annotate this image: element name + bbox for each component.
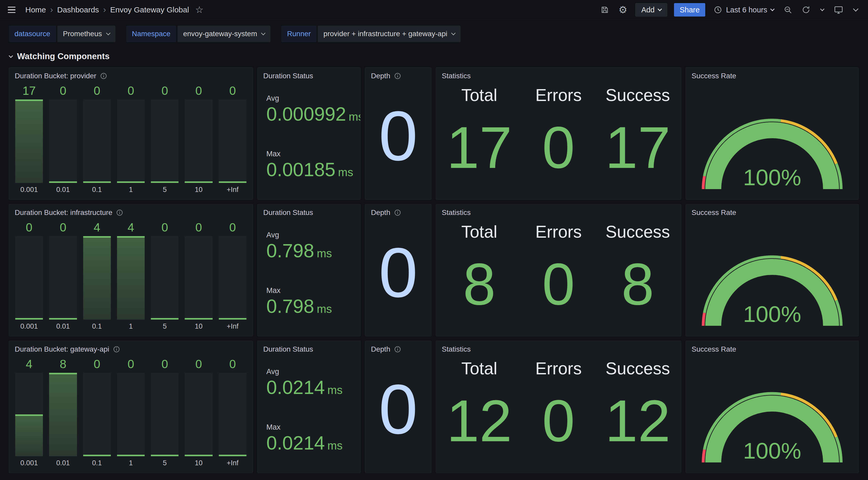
bucket-bar: 0 1 (117, 358, 145, 470)
bar-tick-label: 1 (117, 320, 145, 333)
panel-title[interactable]: Success Rate (686, 204, 859, 218)
duration-status-body: Avg 0.798ms Max 0.798ms (257, 218, 361, 336)
namespace-select[interactable]: envoy-gateway-system (178, 26, 271, 42)
row-watching-components[interactable]: Watching Components (0, 42, 868, 64)
chevron-down-icon (658, 7, 662, 11)
avg-label: Avg (266, 94, 351, 102)
bar-tick-label: 0.1 (83, 456, 111, 470)
avg-stat: Avg 0.0214ms (266, 367, 351, 398)
bar-track (151, 373, 179, 456)
breadcrumb-home[interactable]: Home (25, 5, 46, 14)
bar-value-label: 4 (117, 221, 145, 234)
panel-success-rate: Success Rate 100% (686, 204, 859, 336)
bar-tick-label: +Inf (219, 183, 246, 196)
refresh-icon[interactable] (800, 4, 812, 16)
info-icon[interactable] (116, 209, 123, 216)
panel-title[interactable]: Duration Bucket: provider (9, 68, 253, 82)
breadcrumb-dashboards[interactable]: Dashboards (57, 5, 99, 14)
panel-statistics: Statistics Total 17 Errors 0 Success 17 (436, 67, 681, 200)
panel-duration-bucket: Duration Bucket: gateway-api 4 0.001 8 0… (9, 341, 253, 473)
panel-depth: Depth 0 (365, 204, 431, 336)
bar-value-label: 4 (83, 221, 111, 234)
bar-tick-label: 0.01 (49, 183, 77, 196)
bar-tick-label: 0.1 (83, 320, 111, 333)
bucket-bars: 4 0.001 8 0.01 0 0.1 0 1 (9, 355, 253, 473)
panel-title[interactable]: Statistics (436, 68, 681, 82)
favorite-star-icon[interactable]: ☆ (195, 4, 204, 15)
info-icon[interactable] (394, 346, 401, 353)
panel-title[interactable]: Depth (365, 341, 431, 355)
section-title: Watching Components (17, 52, 110, 61)
chevron-down-icon (853, 6, 858, 11)
stat-value: 17 (447, 105, 512, 197)
stat-value: 12 (447, 378, 512, 470)
panel-title[interactable]: Duration Status (257, 68, 361, 82)
unit-label: ms (327, 384, 343, 396)
panel-title[interactable]: Duration Status (257, 204, 361, 218)
breadcrumb-current[interactable]: Envoy Gateway Global (110, 5, 189, 14)
bucket-bar: 0 0.01 (49, 221, 77, 333)
bucket-bar: 0 +Inf (219, 221, 246, 333)
bar-track (219, 99, 246, 183)
bar-tick-label: 5 (151, 320, 179, 333)
panel-title[interactable]: Duration Status (257, 341, 361, 355)
zoom-out-time-icon[interactable] (782, 4, 794, 16)
panel-grid: Duration Bucket: provider 17 0.001 0 0.0… (0, 64, 868, 473)
info-icon[interactable] (113, 346, 120, 353)
stat-value: 0 (542, 242, 575, 333)
kiosk-mode-icon[interactable] (833, 4, 844, 16)
avg-stat: Avg 0.000992ms (266, 94, 351, 124)
bar-value-label: 0 (219, 84, 246, 97)
breadcrumb: Home › Dashboards › Envoy Gateway Global (25, 5, 189, 15)
panel-depth: Depth 0 (365, 341, 431, 473)
panel-title[interactable]: Duration Bucket: gateway-api (9, 341, 253, 355)
time-range-picker[interactable]: Last 6 hours (712, 5, 776, 14)
bucket-bar: 0 10 (185, 221, 212, 333)
hamburger-menu-icon[interactable] (8, 4, 20, 16)
panel-title[interactable]: Success Rate (686, 341, 859, 355)
bar-value-label: 17 (15, 84, 43, 97)
runner-select[interactable]: provider + infrastructure + gateway-api (318, 26, 461, 42)
bar-tick-label: 1 (117, 456, 145, 470)
stat-header: Total (461, 222, 497, 242)
bar-value-label: 0 (151, 84, 179, 97)
avg-label: Avg (266, 231, 351, 239)
chevron-down-icon (451, 31, 456, 35)
bar-value-label: 0 (185, 358, 212, 371)
stat-value: 8 (621, 242, 654, 333)
panel-title[interactable]: Depth (365, 68, 431, 82)
bar-track (15, 373, 43, 456)
bucket-bar: 8 0.01 (49, 358, 77, 470)
settings-gear-icon[interactable]: ⚙ (617, 4, 628, 16)
panel-title[interactable]: Depth (365, 204, 431, 218)
info-icon[interactable] (100, 72, 107, 80)
stat-value: 8 (463, 242, 496, 333)
avg-stat: Avg 0.798ms (266, 231, 351, 261)
share-button[interactable]: Share (674, 3, 705, 17)
bar-value-label: 8 (49, 358, 77, 371)
top-nav-bar: Home › Dashboards › Envoy Gateway Global… (0, 0, 868, 20)
info-icon[interactable] (394, 72, 401, 80)
stat-column: Errors 0 (519, 355, 598, 470)
bar-track (185, 236, 212, 320)
bar-tick-label: 10 (185, 320, 212, 333)
bar-tick-label: 0.001 (15, 456, 43, 470)
datasource-select[interactable]: Prometheus (57, 26, 116, 42)
collapse-topbar-icon[interactable] (851, 4, 860, 16)
panel-title[interactable]: Success Rate (686, 68, 859, 82)
info-icon[interactable] (394, 209, 401, 216)
bar-value-label: 0 (117, 358, 145, 371)
stat-value: 12 (605, 378, 671, 470)
panel-title[interactable]: Duration Bucket: infrastructure (9, 204, 253, 218)
variable-label: datasource (9, 26, 56, 42)
variable-label: Namespace (126, 26, 176, 42)
save-dashboard-icon[interactable] (599, 4, 611, 16)
refresh-interval-dropdown[interactable] (818, 4, 826, 16)
bar-fill (83, 236, 111, 320)
add-button[interactable]: Add (635, 3, 667, 17)
duration-status-body: Avg 0.000992ms Max 0.00185ms (257, 82, 361, 200)
panel-title[interactable]: Statistics (436, 341, 681, 355)
panel-title[interactable]: Statistics (436, 204, 681, 218)
max-stat: Max 0.0214ms (266, 423, 351, 453)
panel-duration-status: Duration Status Avg 0.0214ms Max 0.0214m… (257, 341, 361, 473)
